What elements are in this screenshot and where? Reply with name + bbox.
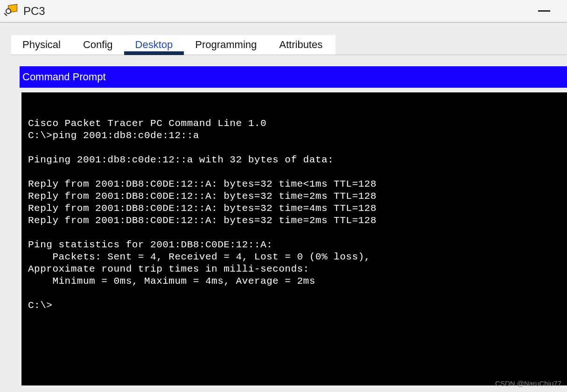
watermark-text: CSDN @NaruChiu77 — [495, 379, 561, 387]
titlebar: PC3 — [0, 0, 567, 22]
window-title: PC3 — [23, 5, 45, 18]
tab-programming[interactable]: Programming — [184, 35, 268, 55]
panel-wrap: Command Prompt Cisco Packet Tracer PC Co… — [11, 55, 567, 385]
tab-physical[interactable]: Physical — [11, 35, 72, 55]
tab-config[interactable]: Config — [72, 35, 124, 55]
tab-attributes[interactable]: Attributes — [268, 35, 334, 55]
panel-title: Command Prompt — [20, 66, 567, 88]
tab-desktop[interactable]: Desktop — [124, 35, 184, 55]
content-area: PhysicalConfigDesktopProgrammingAttribut… — [0, 22, 567, 385]
tab-bar: PhysicalConfigDesktopProgrammingAttribut… — [11, 35, 336, 55]
minimize-button[interactable] — [538, 10, 550, 12]
command-prompt-terminal[interactable]: Cisco Packet Tracer PC Command Line 1.0 … — [21, 92, 567, 385]
device-pc-icon — [7, 5, 20, 18]
